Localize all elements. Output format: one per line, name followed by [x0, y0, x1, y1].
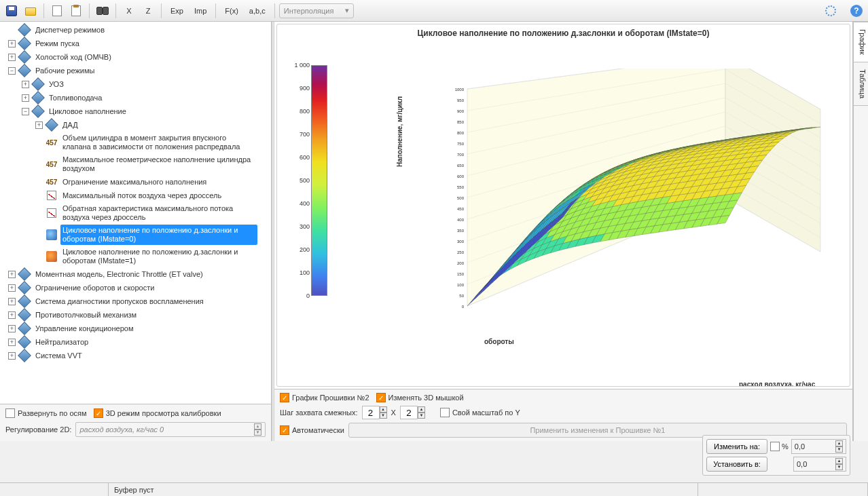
set-to-button[interactable]: Установить в: — [706, 457, 767, 472]
tree-item-label: Максимальный поток воздуха через дроссел… — [60, 190, 270, 202]
expand-axes-checkbox[interactable]: Развернуть по осям — [5, 408, 87, 418]
change-value-input[interactable]: 0,0▲▼ — [791, 439, 846, 454]
tree-item-label: Топливоподача — [47, 92, 270, 104]
reg-2d-input[interactable]: расход воздуха, кг/час 0 ▲▼ — [75, 422, 266, 437]
tab-table[interactable]: Таблица — [854, 62, 868, 106]
toolbar-z-button[interactable]: Z — [139, 3, 157, 19]
expander-icon[interactable]: − — [22, 108, 29, 115]
svg-text:650: 650 — [457, 164, 465, 168]
expander-icon[interactable]: + — [8, 352, 16, 360]
expander-icon[interactable]: + — [8, 339, 16, 346]
expander-icon[interactable]: + — [8, 54, 16, 61]
tree-item[interactable]: +Управление кондиционером — [4, 322, 271, 335]
tree-item[interactable]: Диспетчер режимов — [4, 23, 271, 37]
interpolation-select[interactable]: Интерполяция▾ — [279, 3, 354, 18]
tree-item-label: Режим пуска — [33, 38, 270, 50]
tree-item[interactable]: 457Объем цилиндра в момент закрытия впус… — [4, 132, 271, 153]
tree-item-label: Цикловое наполнение по положению д.засло… — [60, 246, 257, 267]
find-button[interactable] — [94, 3, 111, 19]
diamond-icon — [18, 282, 31, 294]
graph-fw2-checkbox[interactable]: График Прошивки №2 — [280, 393, 369, 402]
percent-checkbox[interactable]: % — [770, 442, 789, 451]
abc-button[interactable]: a,b,c — [245, 3, 270, 19]
number-icon: 457 — [46, 176, 58, 188]
tree-item-label: Рабочие режимы — [33, 65, 270, 77]
tree-item[interactable]: +Система VVT — [4, 349, 271, 362]
tree-item[interactable]: +Моментная модель, Electronic Throttle (… — [4, 267, 271, 281]
tree-item[interactable]: +Система диагностики пропусков воспламен… — [4, 294, 271, 308]
tree-item[interactable]: +ДАД — [4, 118, 271, 132]
diamond-icon — [46, 119, 58, 131]
tree-item[interactable]: +Ограничение оборотов и скорости — [4, 281, 271, 294]
tree-item[interactable]: +УОЗ — [4, 77, 271, 91]
open-button[interactable] — [22, 3, 39, 19]
tree-item[interactable]: −Цикловое наполнение — [4, 104, 271, 118]
expander-icon[interactable]: + — [8, 298, 16, 305]
expander-icon[interactable]: + — [35, 121, 43, 129]
tree-item-label: Холостой ход (ОМЧВ) — [33, 52, 270, 63]
step-a-input[interactable] — [362, 406, 380, 419]
surface-3d: 0501001502002503003504004505005506006507… — [399, 69, 834, 340]
tree-item[interactable]: +Холостой ход (ОМЧВ) — [4, 50, 271, 64]
tree-item[interactable]: Цикловое наполнение по положению д.засло… — [4, 224, 271, 246]
chevron-down-icon: ▾ — [345, 6, 349, 15]
tree-item[interactable]: Максимальный поток воздуха через дроссел… — [4, 189, 271, 202]
set-value-input[interactable]: 0,0▲▼ — [793, 457, 846, 472]
tree-item[interactable]: +Режим пуска — [4, 37, 271, 50]
fx-button[interactable]: F(x) — [220, 3, 243, 19]
tree-item[interactable]: +Противотолчковый механизм — [4, 308, 271, 322]
expander-icon[interactable]: + — [8, 271, 16, 278]
expander-icon[interactable]: − — [8, 67, 16, 75]
tree-item[interactable]: Цикловое наполнение по положению д.засло… — [4, 246, 271, 267]
step-b-input[interactable] — [400, 406, 418, 419]
expander-icon[interactable]: + — [8, 311, 16, 319]
calibration-tree[interactable]: Диспетчер режимов+Режим пуска+Холостой х… — [0, 22, 271, 404]
buffer-status: Буфер пуст — [109, 483, 698, 496]
svg-text:1000: 1000 — [455, 88, 465, 92]
expander-spacer — [35, 210, 43, 217]
chart-icon — [46, 207, 58, 219]
tree-item[interactable]: Обратная характеристика максимального по… — [4, 202, 271, 224]
settings-button[interactable] — [822, 3, 839, 19]
svg-text:150: 150 — [457, 272, 465, 276]
surface-icon — [46, 229, 58, 241]
expander-icon[interactable]: + — [8, 325, 16, 332]
svg-text:350: 350 — [457, 229, 465, 233]
tree-item[interactable]: +Топливоподача — [4, 91, 271, 104]
paste-button[interactable] — [67, 3, 85, 19]
change-to-button[interactable]: Изменить на: — [706, 439, 767, 454]
value-controls: Изменить на: % 0,0▲▼ Установить в: 0,0▲▼ — [702, 435, 850, 476]
tab-chart[interactable]: График — [854, 22, 868, 62]
import-button[interactable]: Imp — [189, 3, 211, 19]
copy-button[interactable] — [48, 3, 66, 19]
expander-icon[interactable]: + — [8, 284, 16, 292]
expander-icon[interactable]: + — [8, 40, 16, 47]
mouse-3d-checkbox[interactable]: Изменять 3D мышкой — [376, 393, 464, 402]
chart-area[interactable]: Цикловое наполнение по положению д.засло… — [276, 24, 850, 387]
expander-spacer — [8, 26, 16, 34]
svg-text:50: 50 — [459, 294, 464, 298]
expander-icon[interactable]: + — [22, 94, 29, 102]
expander-spacer — [35, 178, 43, 186]
tree-item-label: Цикловое наполнение — [47, 106, 270, 117]
tree-item[interactable]: −Рабочие режимы — [4, 64, 271, 77]
tree-item[interactable]: 457Ограничение максимального наполнения — [4, 175, 271, 189]
own-scale-checkbox[interactable]: Свой масштаб по Y — [440, 408, 520, 417]
view-3d-checkbox[interactable]: 3D режим просмотра калибровки — [94, 408, 221, 418]
help-button[interactable]: ? — [848, 3, 865, 19]
left-pane: Диспетчер режимов+Режим пуска+Холостой х… — [0, 22, 272, 441]
svg-text:600: 600 — [457, 174, 465, 178]
toolbar-x-button[interactable]: X — [120, 3, 138, 19]
help-icon: ? — [850, 5, 863, 17]
x-axis-label: расход воздуха, кг/час — [739, 381, 815, 387]
expander-icon[interactable]: + — [22, 81, 29, 88]
auto-checkbox[interactable]: Автоматически — [280, 425, 344, 435]
number-icon: 457 — [46, 136, 58, 149]
statusbar: Буфер пуст — [0, 482, 868, 496]
left-options: Развернуть по осям 3D режим просмотра ка… — [0, 404, 271, 441]
tree-item[interactable]: +Нейтрализатор — [4, 335, 271, 349]
export-button[interactable]: Exp — [166, 3, 188, 19]
save-button[interactable] — [3, 3, 20, 19]
chart-options: График Прошивки №2 Изменять 3D мышкой Ша… — [274, 389, 852, 441]
tree-item[interactable]: 457Максимальное геометрическое наполнени… — [4, 153, 271, 175]
